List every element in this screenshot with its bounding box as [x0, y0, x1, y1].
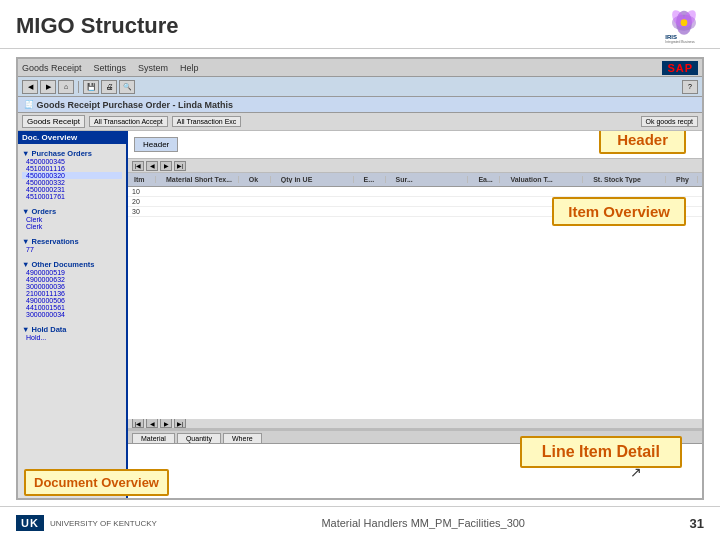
row-itm: 10	[132, 188, 162, 195]
right-panel: Header Header |◀ ◀ ▶ ▶|	[128, 131, 702, 498]
other-docs-section: ▼ Other Documents 4900000519 4900000632 …	[18, 255, 126, 320]
nav-last-btn[interactable]: ▶|	[174, 161, 186, 171]
bottom-nav-next[interactable]: ▶	[160, 418, 172, 428]
svg-point-4	[681, 19, 688, 26]
header-tab-btn[interactable]: Header	[134, 137, 178, 152]
sap-menu-bar: Goods Receipt Settings System Help SAP	[18, 59, 702, 77]
po-item-5[interactable]: 4500000231	[22, 186, 122, 193]
hold-data-section: ▼ Hold Data Hold...	[18, 320, 126, 343]
hold-data-label: ▼ Hold Data	[22, 325, 122, 334]
other-doc-3[interactable]: 3000000036	[22, 283, 122, 290]
toolbar-divider	[78, 81, 79, 93]
university-text: UNIVERSITY OF KENTUCKY	[50, 519, 157, 528]
col-ea: Ea...	[476, 176, 500, 183]
sap-window-title: 🧾 Goods Receipt Purchase Order - Linda M…	[18, 97, 702, 113]
menu-system[interactable]: System	[138, 63, 168, 73]
toolbar-save-btn[interactable]: 💾	[83, 80, 99, 94]
header-section: Header Header	[128, 131, 702, 159]
col-stock-type: St. Stock Type	[591, 176, 666, 183]
page-title: MIGO Structure	[16, 13, 179, 39]
toolbar-back-btn[interactable]: ◀	[22, 80, 38, 94]
other-doc-5[interactable]: 4900000506	[22, 297, 122, 304]
hold-data-item-1[interactable]: Hold...	[22, 334, 122, 341]
document-overview-panel: Doc. Overview ▼ Purchase Orders 45000003…	[18, 131, 128, 498]
bottom-nav-first[interactable]: |◀	[132, 418, 144, 428]
footer: UK UNIVERSITY OF KENTUCKY Material Handl…	[0, 506, 720, 540]
reservations-section: ▼ Reservations 77	[18, 232, 126, 255]
col-phy: Phy	[674, 176, 698, 183]
doc-panel-header-bar: Doc. Overview	[18, 131, 126, 144]
nav-prev-btn[interactable]: ◀	[146, 161, 158, 171]
menu-help[interactable]: Help	[180, 63, 199, 73]
line-item-detail-label: Line Item Detail	[520, 436, 682, 468]
iris-logo: IRIS Integrated Business	[664, 8, 704, 44]
po-item-4[interactable]: 4500000332	[22, 179, 122, 186]
document-overview-label: Document Overview	[24, 469, 169, 496]
po-item-6[interactable]: 4510001761	[22, 193, 122, 200]
footer-page-number: 31	[690, 516, 704, 531]
reservations-label: ▼ Reservations	[22, 237, 122, 246]
order-item-1[interactable]: Clerk	[22, 216, 122, 223]
action-ok-goods-btn[interactable]: Ok goods recpt	[641, 116, 698, 127]
item-detail-tab-where[interactable]: Where	[223, 433, 262, 443]
other-docs-label: ▼ Other Documents	[22, 260, 122, 269]
item-detail-tab-material[interactable]: Material	[132, 433, 175, 443]
action-excl-btn[interactable]: All Transaction Exc	[172, 116, 242, 127]
sap-title-text: Goods Receipt Purchase Order - Linda Mat…	[37, 100, 234, 110]
other-doc-6[interactable]: 4410001561	[22, 304, 122, 311]
item-overview-section: |◀ ◀ ▶ ▶| Itm Material Short Tex... Ok Q…	[128, 159, 702, 430]
other-doc-7[interactable]: 3000000034	[22, 311, 122, 318]
main-content: Goods Receipt Settings System Help SAP ◀…	[0, 49, 720, 506]
bottom-nav-last[interactable]: ▶|	[174, 418, 186, 428]
col-itm: Itm	[132, 176, 156, 183]
orders-section: ▼ Orders Clerk Clerk	[18, 202, 126, 232]
nav-first-btn[interactable]: |◀	[132, 161, 144, 171]
item-overview-rows: 10 20 30	[128, 187, 702, 419]
col-qty: Qty in UE	[279, 176, 354, 183]
iris-logo-image: IRIS Integrated Business	[664, 8, 704, 44]
col-valuation: Valuation T...	[508, 176, 583, 183]
col-e: E...	[362, 176, 386, 183]
footer-logo: UK UNIVERSITY OF KENTUCKY	[16, 515, 157, 531]
title-bar: MIGO Structure IRIS Integrated Business	[0, 0, 720, 49]
reservation-item-1[interactable]: 77	[22, 246, 122, 253]
menu-goods-receipt[interactable]: Goods Receipt	[22, 63, 82, 73]
item-detail-tab-quantity[interactable]: Quantity	[177, 433, 221, 443]
header-label: Header	[599, 131, 686, 154]
nav-next-btn[interactable]: ▶	[160, 161, 172, 171]
sap-action-bar: Goods Receipt All Transaction Accept All…	[18, 113, 702, 131]
sap-screen: Goods Receipt Settings System Help SAP ◀…	[16, 57, 704, 500]
order-item-2[interactable]: Clerk	[22, 223, 122, 230]
col-ok: Ok	[247, 176, 271, 183]
toolbar-print-btn[interactable]: 🖨	[101, 80, 117, 94]
item-detail-section: Material Quantity Where ↗ Line Item Deta…	[128, 430, 702, 498]
footer-course-text: Material Handlers MM_PM_Facilities_300	[321, 517, 525, 529]
other-doc-2[interactable]: 4900000632	[22, 276, 122, 283]
toolbar-home-btn[interactable]: ⌂	[58, 80, 74, 94]
orders-label: ▼ Orders	[22, 207, 122, 216]
col-material-text: Material Short Tex...	[164, 176, 239, 183]
sap-toolbar: ◀ ▶ ⌂ 💾 🖨 🔍 ?	[18, 77, 702, 97]
col-sur: Sur...	[394, 176, 469, 183]
bottom-nav-prev[interactable]: ◀	[146, 418, 158, 428]
toolbar-search-btn[interactable]: 🔍	[119, 80, 135, 94]
po-item-1[interactable]: 4500000345	[22, 158, 122, 165]
action-purchase-order-btn[interactable]: All Transaction Accept	[89, 116, 168, 127]
table-row[interactable]: 10	[128, 187, 702, 197]
action-goods-receipt-btn[interactable]: Goods Receipt	[22, 115, 85, 128]
toolbar-forward-btn[interactable]: ▶	[40, 80, 56, 94]
other-doc-1[interactable]: 4900000519	[22, 269, 122, 276]
other-doc-4[interactable]: 2100011136	[22, 290, 122, 297]
item-overview-nav-row: |◀ ◀ ▶ ▶|	[128, 159, 702, 173]
uk-logo: UK	[16, 515, 44, 531]
item-detail-content: ↗ Line Item Detail	[128, 444, 702, 498]
svg-text:Integrated Business: Integrated Business	[665, 40, 695, 44]
toolbar-help-icon[interactable]: ?	[682, 80, 698, 94]
po-item-2[interactable]: 4510001116	[22, 165, 122, 172]
purchase-orders-section: ▼ Purchase Orders 4500000345 4510001116 …	[18, 144, 126, 202]
sap-body: Doc. Overview ▼ Purchase Orders 45000003…	[18, 131, 702, 498]
item-overview-label: Item Overview	[552, 197, 686, 226]
menu-settings[interactable]: Settings	[94, 63, 127, 73]
item-overview-table-header: Itm Material Short Tex... Ok Qty in UE E…	[128, 173, 702, 187]
po-item-3[interactable]: 4500000320	[22, 172, 122, 179]
